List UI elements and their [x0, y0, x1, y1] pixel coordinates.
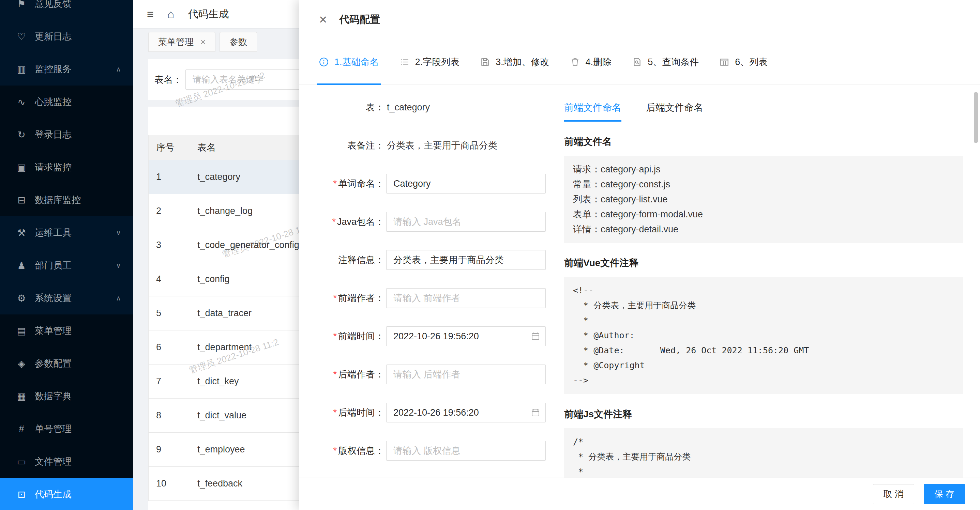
- js-comment-code: /* * 分类表，主要用于商品分类 * * @Author:: [573, 434, 954, 478]
- drawer-scrollbar-thumb[interactable]: [974, 92, 978, 143]
- frontend-files-box: 请求：category-api.js 常量：category-const.js …: [564, 156, 963, 243]
- request-monitor-icon: ▣: [16, 162, 27, 173]
- info-circle-icon: [319, 57, 329, 67]
- column-header-no: 序号: [149, 135, 191, 160]
- form-field-row: *Java包名：: [319, 211, 544, 232]
- tab-param-config[interactable]: 参数: [220, 32, 257, 52]
- tab-frontend-file-naming[interactable]: 前端文件命名: [564, 101, 621, 122]
- table-name-row: 表： t_category: [319, 97, 544, 118]
- sidebar-item[interactable]: ♟ 部门员工 ∨: [0, 249, 133, 282]
- table-value: t_category: [387, 102, 430, 113]
- sidebar-item[interactable]: ⚒ 运维工具 ∨: [0, 216, 133, 249]
- js-comment-box: /* * 分类表，主要用于商品分类 * * @Author:: [564, 428, 963, 478]
- form-field-label: *前端时间：: [319, 330, 384, 342]
- sidebar-item[interactable]: ∿ 心跳监控: [0, 86, 133, 118]
- list-icon: [399, 57, 410, 67]
- caret-icon: ∧: [116, 65, 121, 73]
- form-field-input[interactable]: [386, 364, 546, 384]
- row-no: 4: [149, 262, 191, 296]
- tab-backend-file-naming[interactable]: 后端文件命名: [646, 101, 703, 122]
- system-settings-icon: ⚙: [16, 292, 27, 304]
- row-no: 10: [149, 467, 191, 501]
- form-field-input[interactable]: [386, 441, 546, 461]
- drawer-title: 代码配置: [339, 13, 380, 27]
- required-asterisk: *: [333, 178, 337, 189]
- drawer-footer: 取 消 保 存: [299, 478, 980, 510]
- sidebar-item[interactable]: ⚑ 意见反馈: [0, 0, 133, 20]
- home-icon[interactable]: ⌂: [167, 8, 175, 21]
- vue-comment-box: <!-- * 分类表，主要用于商品分类 * * @Author: * @Date…: [564, 277, 963, 394]
- sidebar-item[interactable]: ▦ 数据字典: [0, 380, 133, 413]
- form-field-input[interactable]: [386, 403, 546, 423]
- data-dictionary-icon: ▦: [16, 391, 27, 402]
- step-query-conditions[interactable]: 5、查询条件: [632, 39, 699, 84]
- step-add-modify[interactable]: 3.增加、修改: [480, 39, 549, 84]
- form-field-input[interactable]: [386, 212, 546, 232]
- sidebar-item-label: 数据库监控: [35, 194, 81, 206]
- sidebar-item[interactable]: ▭ 文件管理: [0, 445, 133, 478]
- sidebar-item[interactable]: ⊟ 数据库监控: [0, 184, 133, 216]
- required-asterisk: *: [333, 331, 337, 342]
- menu-management-icon: ▤: [16, 325, 27, 337]
- sidebar-item[interactable]: ▣ 请求监控: [0, 151, 133, 184]
- required-asterisk: *: [332, 217, 336, 227]
- feedback-icon: ⚑: [16, 0, 27, 10]
- tab-menu-management[interactable]: 菜单管理 ×: [148, 32, 215, 52]
- sidebar-item-label: 数据字典: [35, 390, 72, 402]
- sidebar-item[interactable]: ↻ 登录日志: [0, 118, 133, 151]
- naming-preview: 前端文件命名 后端文件命名 前端文件名 请求：category-api.js 常…: [564, 101, 963, 478]
- step-delete[interactable]: 4.删除: [570, 39, 612, 84]
- sidebar-item[interactable]: ▤ 菜单管理: [0, 315, 133, 347]
- table-remark-label: 表备注：: [319, 139, 384, 152]
- form-field-input[interactable]: [386, 288, 546, 308]
- form-field-row: *前端时间：: [319, 326, 544, 346]
- sidebar-item[interactable]: ⚙ 系统设置 ∧: [0, 282, 133, 315]
- step-field-list[interactable]: 2.字段列表: [399, 39, 460, 84]
- cancel-button[interactable]: 取 消: [873, 484, 914, 504]
- frontend-files-title: 前端文件名: [564, 135, 963, 148]
- sidebar-item[interactable]: # 单号管理: [0, 413, 133, 445]
- caret-icon: ∨: [116, 261, 121, 270]
- table-remark-value: 分类表，主要用于商品分类: [387, 139, 497, 152]
- sidebar-item-label: 意见反馈: [35, 0, 72, 10]
- save-button[interactable]: 保 存: [924, 484, 965, 504]
- form-field-input[interactable]: [386, 326, 546, 346]
- file-name-line: 常量：category-const.js: [573, 177, 954, 192]
- sidebar-item[interactable]: ⊡ 代码生成: [0, 478, 133, 510]
- sidebar-item[interactable]: ◈ 参数配置: [0, 347, 133, 380]
- drawer-header: × 代码配置: [299, 0, 980, 39]
- table-name-label: 表名：: [154, 73, 182, 86]
- form-field-label: *版权信息：: [319, 445, 384, 457]
- required-asterisk: *: [333, 446, 337, 456]
- close-icon[interactable]: ×: [319, 13, 327, 26]
- file-name-line: 表单：category-form-modal.vue: [573, 207, 954, 222]
- step-basic-naming[interactable]: 1.基础命名: [319, 39, 379, 84]
- config-form: 表： t_category 表备注： 分类表，主要用于商品分类 *单词命名：: [319, 97, 544, 478]
- form-field-label: *单词命名：: [319, 178, 384, 190]
- menu-collapse-icon[interactable]: ≡: [147, 8, 154, 21]
- code-config-drawer: × 代码配置 1.基础命名: [299, 0, 980, 510]
- sidebar: ⚑ 意见反馈 ♡ 更新日志 ▥ 监控服务 ∧ ∿: [0, 0, 133, 510]
- step-list-columns[interactable]: 6、列表: [719, 39, 768, 84]
- sidebar-item[interactable]: ♡ 更新日志: [0, 20, 133, 53]
- save-icon: [480, 57, 490, 67]
- required-asterisk: *: [333, 369, 337, 380]
- table-name-search-input[interactable]: [185, 70, 316, 90]
- row-no: 9: [149, 433, 191, 467]
- page-title: 代码生成: [188, 7, 229, 21]
- form-field-label: *注释信息：: [319, 254, 384, 266]
- table-remark-row: 表备注： 分类表，主要用于商品分类: [319, 135, 544, 156]
- department-staff-icon: ♟: [16, 260, 27, 271]
- calendar-icon[interactable]: [531, 408, 540, 417]
- sidebar-item-label: 文件管理: [35, 456, 72, 468]
- form-field-label: *后端时间：: [319, 407, 384, 419]
- drawer-body: 表： t_category 表备注： 分类表，主要用于商品分类 *单词命名：: [299, 85, 980, 478]
- file-management-icon: ▭: [16, 456, 27, 467]
- tab-close-icon[interactable]: ×: [200, 37, 205, 48]
- table-icon: [719, 57, 729, 67]
- sidebar-item-label: 运维工具: [35, 227, 72, 239]
- calendar-icon[interactable]: [531, 332, 540, 341]
- form-field-input[interactable]: [386, 250, 546, 270]
- form-field-input[interactable]: [386, 174, 546, 194]
- sidebar-item[interactable]: ▥ 监控服务 ∧: [0, 53, 133, 86]
